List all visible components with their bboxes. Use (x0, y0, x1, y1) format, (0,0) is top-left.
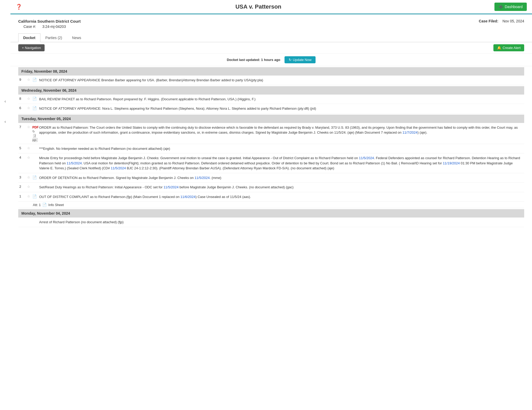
entry-text: Arrest of Richard Patterson (no document… (39, 220, 523, 225)
pdf-icon[interactable]: PDF (32, 126, 39, 129)
star-icon[interactable]: ☆ (27, 175, 32, 179)
table-row: 5 ☆ ***English. No Interpreter needed as… (18, 144, 524, 154)
entry-text: Set/Reset Duty Hearings as to Richard Pa… (39, 185, 523, 190)
case-number: 3:24-mj-04203 (42, 24, 66, 29)
collapse-arrow-1[interactable]: ‹ (4, 99, 6, 104)
navigation-button[interactable]: + Navigation (18, 44, 45, 51)
entry-number: 5 (19, 146, 27, 150)
link-11-5-2024-c[interactable]: 11/5/2024 (111, 166, 126, 170)
doc-icon: 📄 (32, 194, 38, 198)
entry-number: 1 (19, 194, 27, 198)
doc-icon: 📄 (32, 97, 38, 101)
side-collapse-arrows: ‹ ‹ (0, 0, 10, 232)
entry-number: 2 (19, 185, 27, 189)
table-row: Arrest of Richard Patterson (no document… (18, 218, 524, 227)
entry-number: 7 (19, 125, 27, 129)
link-11-7-2024[interactable]: 11/7/2024 (402, 131, 418, 134)
docket-content: Friday, November 08, 2024 9 ☆ 📄 NOTICE O… (10, 67, 532, 232)
entry-text: Minute Entry for proceedings held before… (39, 156, 523, 171)
tab-docket[interactable]: Docket (18, 33, 40, 42)
link-11-5-2024-e[interactable]: 11/5/2024 (164, 185, 179, 189)
star-icon[interactable]: ☆ (27, 97, 32, 101)
attachment-row: Att: 1 📄 Info Sheet (18, 202, 524, 208)
entry-text: OUT OF DISTRICT COMPLAINT as to Richard … (39, 194, 523, 200)
entry-number: 3 (19, 175, 27, 179)
table-row: 1 ☆ 📄 OUT OF DISTRICT COMPLAINT as to Ri… (18, 192, 524, 202)
entry-number: 4 (19, 156, 27, 159)
star-icon[interactable]: ☆ (27, 185, 32, 189)
page-title: USA v. Patterson (235, 3, 281, 10)
tab-news[interactable]: News (67, 33, 86, 42)
link-11-19-2024[interactable]: 11/19/2024 (443, 161, 460, 165)
date-header-fri-nov-08: Friday, November 08, 2024 (18, 67, 524, 76)
att-doc-icon: 📄 (42, 203, 47, 207)
entry-number: 6 (19, 106, 27, 110)
entry-text: ORDER OF DETENTION as to Richard Patters… (39, 175, 523, 181)
collapse-arrow-2[interactable]: ‹ (4, 119, 6, 124)
update-text: Docket last updated: 1 hours ago (227, 58, 280, 62)
page-badge: 2 pgs (32, 134, 38, 142)
case-info-left: California Southern District Court Case … (18, 19, 81, 29)
tab-parties[interactable]: Parties (2) (40, 33, 67, 42)
date-header-tue-nov-05: Tuesday, November 05, 2024 (18, 115, 524, 123)
case-info: California Southern District Court Case … (10, 14, 532, 31)
star-icon[interactable]: ☆ (27, 156, 32, 159)
doc-icon: 📄 (32, 106, 38, 110)
table-row: 4 ☆ Minute Entry for proceedings held be… (18, 153, 524, 173)
filed-label: Case Filed: (479, 19, 498, 23)
tabs-bar: Docket Parties (2) News (10, 33, 532, 42)
table-row: 8 ☆ 📄 BAIL REVIEW PACKET as to Richard P… (18, 95, 524, 104)
pdf-reload-icons: PDF ↻ 2 pgs (32, 125, 38, 142)
att-text: Info Sheet (48, 203, 64, 207)
bell-icon: 🔔 (497, 46, 501, 50)
link-11-5-2024-a[interactable]: 11/5/2024 (359, 156, 374, 160)
entry-number: 8 (19, 97, 27, 101)
entry-number: 9 (19, 78, 27, 82)
table-row: 9 ☆ 📄 NOTICE OF ATTORNEY APPEARANCE Bren… (18, 76, 524, 85)
create-alert-button[interactable]: 🔔 Create Alert (493, 44, 524, 51)
star-icon[interactable]: ☆ (27, 146, 32, 150)
dashboard-button[interactable]: ➕ Dashboard (494, 3, 527, 11)
update-now-button[interactable]: ↻ Update Now (285, 56, 316, 63)
court-name: California Southern District Court (18, 19, 81, 23)
table-row: 6 ☆ 📄 NOTICE OF ATTORNEY APPEARANCE: Nor… (18, 104, 524, 114)
star-icon[interactable]: ☆ (27, 78, 32, 82)
link-11-5-2024-b[interactable]: 11/5/2024 (67, 161, 82, 165)
refresh-icon: ↻ (289, 58, 292, 62)
link-11-5-2024-d[interactable]: 11/5/2024 (195, 176, 210, 180)
entry-text: BAIL REVIEW PACKET as to Richard Patters… (39, 97, 523, 102)
case-number-row: Case #: 3:24-mj-04203 (18, 24, 81, 29)
update-bar: Docket last updated: 1 hours ago ↻ Updat… (10, 54, 532, 66)
table-row: 2 ☆ Set/Reset Duty Hearings as to Richar… (18, 183, 524, 192)
entry-text: NOTICE OF ATTORNEY APPEARANCE Brendan Ba… (39, 78, 523, 83)
table-row: 3 ☆ 📄 ORDER OF DETENTION as to Richard P… (18, 173, 524, 183)
star-icon[interactable]: ☆ (27, 106, 32, 110)
help-icon[interactable]: ❓ (16, 4, 22, 10)
table-row: 7 ☆ PDF ↻ 2 pgs ORDER as to Richard Patt… (18, 123, 524, 144)
doc-icon: 📄 (32, 78, 38, 82)
toolbar: + Navigation 🔔 Create Alert (10, 42, 532, 54)
entry-text: NOTICE OF ATTORNEY APPEARANCE: Nora L. S… (39, 106, 523, 111)
star-icon[interactable]: ☆ (27, 194, 32, 198)
case-info-right: Case Filed: Nov 05, 2024 (479, 19, 524, 29)
att-label: Att: 1 (33, 203, 41, 207)
date-header-mon-nov-04: Monday, November 04, 2024 (18, 209, 524, 218)
dashboard-plus-icon: ➕ (499, 5, 503, 9)
filed-date: Nov 05, 2024 (503, 19, 524, 23)
entry-text: ORDER as to Richard Patterson: The Court… (39, 125, 523, 135)
top-header: ❓ USA v. Patterson ➕ Dashboard (10, 0, 532, 14)
reload-icon[interactable]: ↻ (32, 130, 35, 133)
entry-text: ***English. No Interpreter needed as to … (39, 146, 523, 151)
doc-icon: 📄 (32, 175, 38, 179)
star-icon[interactable]: ☆ (27, 125, 32, 129)
date-header-wed-nov-06: Wednesday, November 06, 2024 (18, 86, 524, 95)
case-label: Case #: (23, 24, 36, 29)
link-11-6-2024[interactable]: 11/6/2024 (180, 195, 196, 199)
